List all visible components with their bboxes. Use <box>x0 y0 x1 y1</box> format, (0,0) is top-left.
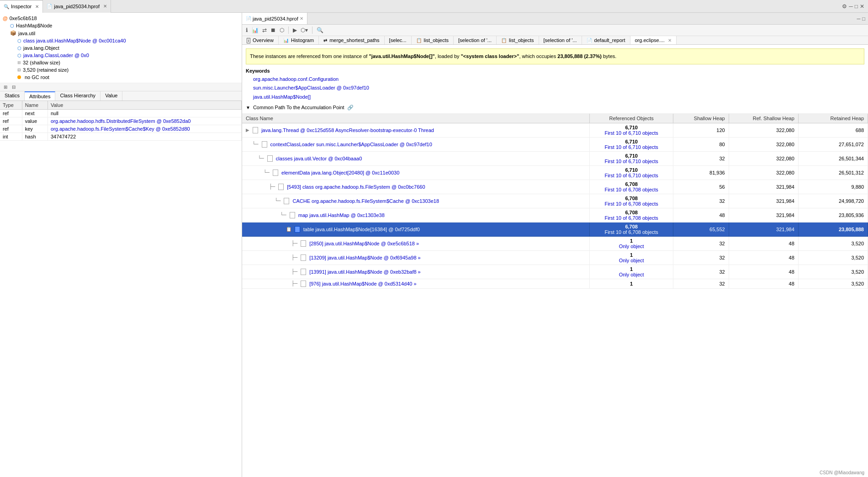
rct-selec3[interactable]: [selection of '... <box>539 36 582 44</box>
class-link[interactable]: [976] java.util.HashMap$Node @ 0xd5314d4… <box>309 281 416 286</box>
data-table-row[interactable]: ├─ [13209] java.util.HashMap$Node @ 0xf6… <box>242 250 868 265</box>
ref-link[interactable]: First 10 of 6,710 objects <box>604 144 658 150</box>
hex2-btn[interactable]: ⬡▾ <box>300 26 309 34</box>
data-table-row[interactable]: └─ classes java.util.Vector @ 0xc04baaa0… <box>242 151 868 165</box>
inspector-icon: 🔍 <box>4 4 9 9</box>
stop-btn[interactable]: ⏹ <box>270 26 277 34</box>
ref-link[interactable]: First 10 of 6,710 objects <box>604 130 658 136</box>
ref-link[interactable]: First 10 of 6,710 objects <box>604 173 658 178</box>
data-table-row[interactable]: ├─ [13991] java.util.HashMap$Node @ 0xeb… <box>242 265 868 279</box>
tab-hprof-label: java_pid25034.hprof <box>54 4 100 9</box>
run-btn[interactable]: ▶ <box>292 26 298 34</box>
rct-eclipse-close[interactable]: ✕ <box>668 38 672 43</box>
hex-btn[interactable]: ⬡ <box>279 26 285 34</box>
tab-hprof[interactable]: 📄 java_pid25034.hprof ✕ <box>43 0 111 13</box>
merge-btn[interactable]: ⇄ <box>261 26 268 34</box>
package-icon: 📦 <box>10 30 16 36</box>
tab-class-hierarchy[interactable]: Class Hierarchy <box>55 91 101 101</box>
left-panel-toolbar: ⊞ ⊟ <box>0 83 242 91</box>
col-name: Name <box>22 101 48 110</box>
left-item-5[interactable]: ⬡ java.lang.ClassLoader @ 0x0 <box>1 52 241 59</box>
class-link[interactable]: [13991] java.util.HashMap$Node @ 0xeb32b… <box>309 269 421 275</box>
class-link[interactable]: java.lang.Thread @ 0xc125d558 AsyncResol… <box>261 127 434 133</box>
right-panel-scroll: These instances are referenced from one … <box>242 45 868 477</box>
tab-hprof-close[interactable]: ✕ <box>103 4 107 9</box>
left-item-4[interactable]: ⬡ java.lang.Object <box>1 44 241 52</box>
class-link[interactable]: table java.util.HashMap$Node[16384] @ 0x… <box>303 227 420 232</box>
class-link[interactable]: elementData java.lang.Object[20480] @ 0x… <box>281 170 399 175</box>
data-table-row[interactable]: ├─ [2850] java.util.HashMap$Node @ 0xe5c… <box>242 236 868 250</box>
histogram-btn[interactable]: 📊 <box>251 26 259 34</box>
cell-shallow: 56 <box>673 180 729 194</box>
right-hprof-label: java_pid25034.hprof <box>253 16 298 21</box>
left-item-8-label: no GC root <box>25 74 49 80</box>
left-item-3[interactable]: ⬡ class java.util.HashMap$Node @ 0xc001c… <box>1 37 241 44</box>
right-minimize-icon[interactable]: ─ <box>857 16 861 21</box>
class-link[interactable]: classes java.util.Vector @ 0xc04baaa0 <box>276 156 362 161</box>
data-table-row[interactable]: └─ map java.util.HashMap @ 0xc1303e38 6,… <box>242 208 868 222</box>
expand-btn[interactable]: ⊞ <box>2 84 9 90</box>
right-panel: 📄 java_pid25034.hprof ✕ ─ □ ℹ 📊 ⇄ ⏹ ⬡ ▶ … <box>242 13 868 477</box>
data-table-row[interactable]: ├─ [976] java.util.HashMap$Node @ 0xd531… <box>242 279 868 288</box>
ref-link[interactable]: Only object <box>619 258 644 263</box>
accum-toggle[interactable]: ▼ <box>246 105 250 110</box>
class-link[interactable]: [5493] class org.apache.hadoop.fs.FileSy… <box>287 184 425 190</box>
left-table-row[interactable]: ref next null <box>0 110 242 117</box>
data-table-row[interactable]: ├─ [5493] class org.apache.hadoop.fs.Fil… <box>242 180 868 194</box>
rct-selec1[interactable]: [selec... <box>385 36 412 44</box>
left-cell-type: ref <box>0 110 22 117</box>
right-maximize-icon[interactable]: □ <box>862 16 865 21</box>
left-item-0[interactable]: @ 0xe5c6b518 <box>1 15 241 22</box>
left-table-row[interactable]: ref value org.apache.hadoop.hdfs.Distrib… <box>0 117 242 125</box>
left-item-1[interactable]: ⬡ HashMap$Node <box>1 22 241 29</box>
ref-link[interactable]: First 10 of 6,708 objects <box>604 187 658 192</box>
data-table-row[interactable]: └─ elementData java.lang.Object[20480] @… <box>242 165 868 180</box>
ref-link[interactable]: First 10 of 6,710 objects <box>604 159 658 164</box>
data-table-row[interactable]: 📋 table java.util.HashMap$Node[16384] @ … <box>242 222 868 236</box>
ref-link[interactable]: Only object <box>619 272 644 277</box>
data-table-row[interactable]: ▶ java.lang.Thread @ 0xc125d558 AsyncRes… <box>242 123 868 137</box>
tab-attributes[interactable]: Attributes <box>25 91 55 101</box>
close-icon[interactable]: ✕ <box>860 3 864 10</box>
left-table-row[interactable]: ref key org.apache.hadoop.fs.FileSystem$… <box>0 125 242 133</box>
keyword-2[interactable]: java.util.HashMap$Node[] <box>253 93 864 102</box>
info-btn[interactable]: ℹ <box>245 26 249 34</box>
data-table-row[interactable]: └─ CACHE org.apache.hadoop.fs.FileSystem… <box>242 194 868 208</box>
data-table-row[interactable]: └─ contextClassLoader sun.misc.Launcher$… <box>242 137 868 151</box>
ref-link[interactable]: First 10 of 6,708 objects <box>604 215 658 221</box>
tab-inspector-close[interactable]: ✕ <box>35 4 39 9</box>
class-link[interactable]: [13209] java.util.HashMap$Node @ 0xf6945… <box>309 255 421 260</box>
keyword-1[interactable]: sun.misc.Launcher$AppClassLoader @ 0xc97… <box>253 84 864 93</box>
rct-default-report[interactable]: 📄 default_report <box>582 36 630 44</box>
keyword-0[interactable]: org.apache.hadoop.conf.Configuration <box>253 75 864 84</box>
tab-inspector[interactable]: 🔍 Inspector ✕ <box>0 0 43 13</box>
ref-link[interactable]: First 10 of 6,708 objects <box>604 229 658 235</box>
left-table-row[interactable]: int hash 347474722 <box>0 133 242 141</box>
class-link[interactable]: contextClassLoader sun.misc.Launcher$App… <box>270 142 432 147</box>
rct-list2[interactable]: 📋 list_objects <box>497 36 539 44</box>
rct-selec2[interactable]: [selection of '... <box>454 36 497 44</box>
rct-merge[interactable]: ⇄ merge_shortest_paths <box>319 36 385 44</box>
right-hprof-close[interactable]: ✕ <box>300 16 303 21</box>
collapse-btn[interactable]: ⊟ <box>10 84 17 90</box>
class-link[interactable]: CACHE org.apache.hadoop.fs.FileSystem$Ca… <box>293 198 439 204</box>
cell-shallow: 32 <box>673 236 729 250</box>
class-link[interactable]: [2850] java.util.HashMap$Node @ 0xe5c6b5… <box>309 241 419 246</box>
ref-link[interactable]: Only object <box>619 244 644 249</box>
cell-refobj: 6,710First 10 of 6,710 objects <box>590 165 673 180</box>
search-btn[interactable]: 🔍 <box>316 26 324 34</box>
tab-statics[interactable]: Statics <box>0 91 25 101</box>
class-link[interactable]: map java.util.HashMap @ 0xc1303e38 <box>298 212 385 218</box>
ref-link[interactable]: First 10 of 6,708 objects <box>604 201 658 207</box>
rct-eclipse[interactable]: org.eclipse.... ✕ <box>630 36 677 44</box>
rct-overview[interactable]: i Overview <box>242 36 279 44</box>
minimize-icon[interactable]: ─ <box>849 3 853 10</box>
tab-value[interactable]: Value <box>101 91 122 101</box>
cell-classname: └─ CACHE org.apache.hadoop.fs.FileSystem… <box>242 194 590 208</box>
maximize-icon[interactable]: □ <box>855 3 858 10</box>
rct-list1[interactable]: 📋 list_objects <box>412 36 454 44</box>
rct-histogram[interactable]: 📊 Histogram <box>279 36 319 44</box>
right-tab-hprof[interactable]: 📄 java_pid25034.hprof ✕ <box>242 13 307 24</box>
left-item-2[interactable]: 📦 java.util <box>1 29 241 37</box>
settings-icon[interactable]: ⚙ <box>842 3 847 10</box>
